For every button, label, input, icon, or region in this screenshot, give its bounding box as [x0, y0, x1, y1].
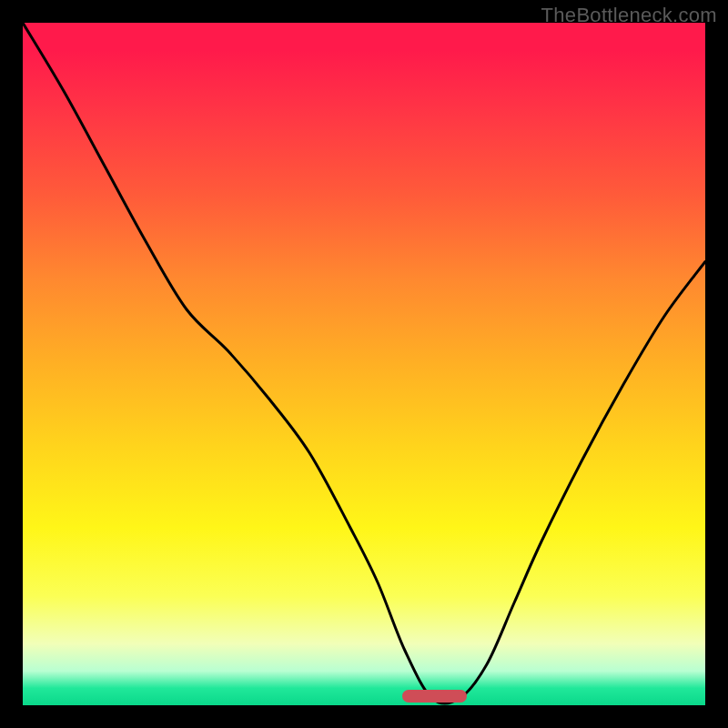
watermark-text: TheBottleneck.com: [541, 4, 717, 27]
stage: TheBottleneck.com: [0, 0, 728, 728]
minimum-indicator-bar: [402, 690, 467, 703]
curve-path: [23, 23, 705, 703]
bottleneck-curve: [23, 23, 705, 705]
plot-area: [23, 23, 705, 705]
